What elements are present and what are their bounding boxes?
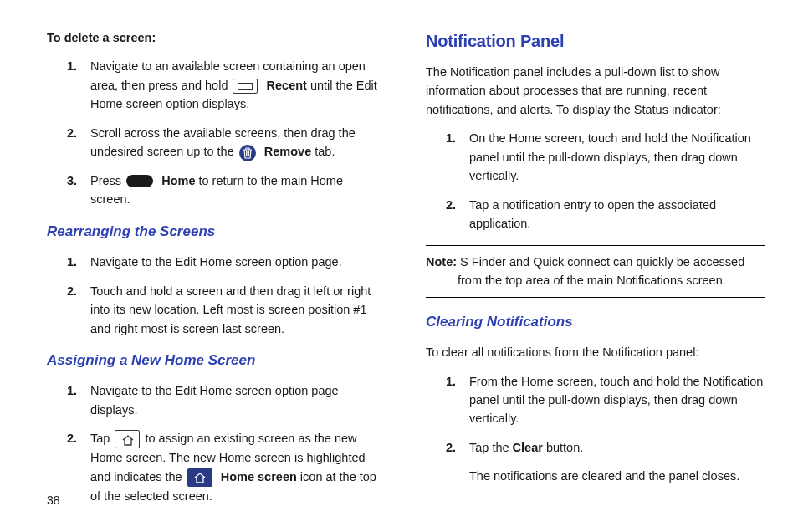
home-filled-icon [187,468,212,487]
left-column: To delete a screen: 1. Navigate to an av… [47,28,386,518]
rearranging-heading: Rearranging the Screens [47,221,386,243]
list-item: 2. Scroll across the available screens, … [67,124,386,161]
step-text: Tap a notification entry to open the ass… [469,198,716,230]
step-text: On the Home screen, touch and hold the N… [469,131,751,182]
home-screen-label: Home screen [221,470,297,483]
step-number: 2. [67,429,77,448]
home-button-icon [126,175,153,187]
list-item: 1. Navigate to the Edit Home screen opti… [67,381,386,419]
list-item: 2. Touch and hold a screen and then drag… [67,282,386,338]
home-outline-icon [115,430,140,448]
recent-icon [233,79,258,94]
note-text: S Finder and Quick connect can quickly b… [457,255,744,269]
step-number: 2. [67,282,77,300]
clearing-intro: To clear all notifications from the Noti… [426,343,765,361]
list-item: 1. On the Home screen, touch and hold th… [446,129,765,185]
step-number: 1. [67,57,77,75]
step-text: Press [90,174,125,187]
notification-panel-heading: Notification Panel [426,28,765,54]
step-text: Touch and hold a screen and then drag it… [90,284,371,335]
assigning-steps: 1. Navigate to the Edit Home screen opti… [67,381,386,505]
step-text: button. [543,441,583,454]
delete-screen-heading: To delete a screen: [47,28,386,47]
step-number: 1. [67,381,77,400]
clearing-outro: The notifications are cleared and the pa… [469,467,765,485]
list-item: 3. Press Home to return to the main Home… [67,171,386,209]
home-label: Home [161,174,195,187]
clearing-heading: Clearing Notifications [426,311,765,333]
remove-label: Remove [264,145,311,158]
notification-panel-steps: 1. On the Home screen, touch and hold th… [446,129,765,233]
step-number: 2. [67,124,77,142]
step-number: 1. [446,372,456,391]
step-text: Navigate to the Edit Home screen option … [90,255,342,269]
step-number: 2. [446,196,456,214]
list-item: 2. Tap the Clear button. [446,438,765,457]
page-columns: To delete a screen: 1. Navigate to an av… [47,28,765,518]
step-text: Tap [90,432,113,445]
step-number: 2. [446,438,456,457]
rearranging-steps: 1. Navigate to the Edit Home screen opti… [67,253,386,338]
note-block: Note: S Finder and Quick connect can qui… [426,245,765,298]
list-item: 1. Navigate to the Edit Home screen opti… [67,253,386,271]
right-column: Notification Panel The Notification pane… [426,28,765,518]
step-text: Navigate to the Edit Home screen option … [90,384,339,416]
note-label: Note: [426,255,457,269]
clearing-steps: 1. From the Home screen, touch and hold … [446,372,765,458]
page-number: 38 [47,494,60,507]
step-text: From the Home screen, touch and hold the… [469,375,763,426]
step-text: Tap the [469,441,513,454]
step-number: 3. [67,171,77,190]
list-item: 1. From the Home screen, touch and hold … [446,372,765,428]
step-number: 1. [446,129,456,147]
step-text: tab. [315,145,335,158]
notification-panel-intro: The Notification panel includes a pull-d… [426,63,765,119]
trash-icon [239,145,256,161]
delete-screen-steps: 1. Navigate to an available screen conta… [67,57,386,208]
note-text: from the top area of the main Notificati… [426,271,765,289]
recent-label: Recent [267,79,307,92]
assigning-heading: Assigning a New Home Screen [47,350,386,371]
list-item: 1. Navigate to an available screen conta… [67,57,386,113]
list-item: 2. Tap a notification entry to open the … [446,196,765,233]
step-number: 1. [67,253,77,271]
list-item: 2. Tap to assign an existing screen as t… [67,429,386,505]
clear-label: Clear [513,441,543,454]
